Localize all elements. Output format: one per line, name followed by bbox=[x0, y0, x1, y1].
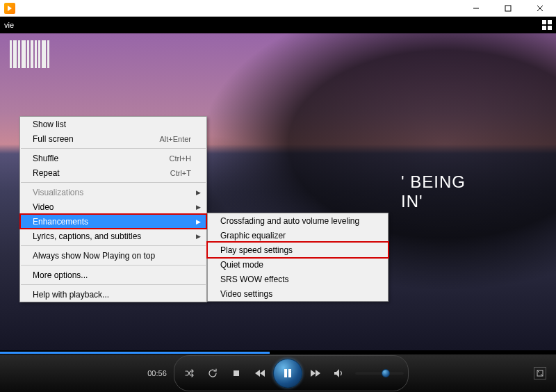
menu-item-label: Full screen bbox=[33, 134, 159, 144]
menu-item-more-options[interactable]: More options... bbox=[20, 268, 206, 282]
menu-separator bbox=[21, 245, 206, 246]
menu-separator bbox=[21, 148, 206, 149]
svg-marker-6 bbox=[255, 370, 260, 377]
chevron-right-icon: ▶ bbox=[196, 204, 201, 211]
menu-item-label: Video bbox=[33, 202, 191, 212]
menu-item-label: Shuffle bbox=[33, 154, 170, 163]
menu-item-label: Enhancements bbox=[33, 217, 191, 227]
submenu-item-label: Quiet mode bbox=[220, 260, 373, 270]
menu-item-label: Visualizations bbox=[33, 188, 191, 197]
svg-marker-12 bbox=[334, 369, 339, 377]
menu-separator bbox=[21, 182, 206, 183]
menu-item-label: Help with playback... bbox=[33, 290, 191, 300]
submenu-item-label: Play speed settings bbox=[220, 245, 373, 255]
submenu-item-srs-wow-effects[interactable]: SRS WOW effects bbox=[208, 272, 388, 286]
submenu-item-label: Graphic equalizer bbox=[220, 231, 373, 240]
mode-label: vie bbox=[4, 21, 14, 29]
svg-rect-5 bbox=[234, 370, 239, 376]
submenu-item-label: SRS WOW effects bbox=[220, 275, 373, 284]
play-pause-button[interactable] bbox=[273, 359, 302, 388]
menu-item-label: Show list bbox=[33, 120, 191, 129]
maximize-button[interactable] bbox=[492, 0, 524, 17]
mute-button[interactable] bbox=[329, 363, 350, 384]
shuffle-button[interactable] bbox=[179, 363, 199, 384]
svg-marker-0 bbox=[8, 6, 12, 11]
view-switch-icon[interactable] bbox=[542, 20, 552, 30]
previous-button[interactable] bbox=[250, 363, 270, 384]
control-pill bbox=[174, 355, 409, 391]
svg-marker-11 bbox=[316, 370, 320, 377]
menu-item-shortcut: Alt+Enter bbox=[159, 135, 191, 143]
menu-item-visualizations: Visualizations▶ bbox=[20, 185, 206, 199]
elapsed-time: 00:56 bbox=[147, 369, 167, 377]
seek-fill bbox=[0, 352, 270, 354]
menu-item-repeat[interactable]: RepeatCtrl+T bbox=[20, 165, 206, 180]
chevron-right-icon: ▶ bbox=[196, 189, 201, 196]
svg-rect-9 bbox=[288, 369, 291, 377]
svg-rect-2 bbox=[505, 6, 511, 11]
volume-thumb[interactable] bbox=[382, 369, 390, 377]
volume-slider[interactable] bbox=[355, 372, 404, 375]
video-overlay-graphic bbox=[10, 40, 49, 68]
menu-item-label: Repeat bbox=[33, 168, 170, 178]
menu-item-shuffle[interactable]: ShuffleCtrl+H bbox=[20, 151, 206, 165]
submenu-item-crossfading-and-auto-volume-leveling[interactable]: Crossfading and auto volume leveling bbox=[208, 213, 388, 228]
menu-item-show-list[interactable]: Show list bbox=[20, 117, 206, 131]
menu-item-lyrics-captions-and-subtitles[interactable]: Lyrics, captions, and subtitles▶ bbox=[20, 229, 206, 243]
svg-rect-8 bbox=[284, 369, 287, 377]
chevron-right-icon: ▶ bbox=[196, 233, 201, 240]
menu-separator bbox=[21, 284, 206, 285]
minimize-button[interactable] bbox=[460, 0, 492, 17]
submenu-item-play-speed-settings[interactable]: Play speed settings bbox=[208, 243, 388, 257]
menu-item-full-screen[interactable]: Full screenAlt+Enter bbox=[20, 131, 206, 146]
menu-item-video[interactable]: Video▶ bbox=[20, 199, 206, 214]
playback-controls: 00:56 bbox=[0, 354, 556, 392]
video-viewport[interactable]: ' BEING IN' Show listFull screenAlt+Ente… bbox=[0, 33, 556, 350]
close-button[interactable] bbox=[524, 0, 556, 17]
menu-item-always-show-now-playing-on-top[interactable]: Always show Now Playing on top bbox=[20, 248, 206, 263]
lyric-overlay: ' BEING IN' bbox=[401, 172, 466, 211]
submenu-item-quiet-mode[interactable]: Quiet mode bbox=[208, 257, 388, 272]
window-titlebar bbox=[0, 0, 556, 17]
svg-marker-10 bbox=[311, 370, 316, 377]
enhancements-submenu: Crossfading and auto volume levelingGrap… bbox=[207, 213, 389, 302]
menu-item-shortcut: Ctrl+H bbox=[170, 154, 191, 163]
menu-item-label: Always show Now Playing on top bbox=[33, 251, 191, 261]
fullscreen-button[interactable] bbox=[534, 367, 546, 379]
stop-button[interactable] bbox=[226, 363, 247, 384]
menu-item-help-with-playback[interactable]: Help with playback... bbox=[20, 287, 206, 302]
next-button[interactable] bbox=[305, 363, 326, 384]
lyric-line-2: IN' bbox=[401, 192, 466, 211]
player-toolbar: vie bbox=[0, 17, 556, 33]
menu-item-label: More options... bbox=[33, 270, 191, 280]
menu-item-enhancements[interactable]: Enhancements▶ bbox=[20, 214, 206, 229]
submenu-item-video-settings[interactable]: Video settings bbox=[208, 286, 388, 301]
chevron-right-icon: ▶ bbox=[196, 218, 201, 225]
app-icon bbox=[4, 3, 15, 14]
submenu-item-label: Video settings bbox=[220, 289, 373, 299]
repeat-button[interactable] bbox=[202, 363, 223, 384]
context-menu: Show listFull screenAlt+EnterShuffleCtrl… bbox=[19, 116, 207, 302]
submenu-item-label: Crossfading and auto volume leveling bbox=[220, 216, 373, 226]
menu-item-label: Lyrics, captions, and subtitles bbox=[33, 231, 191, 241]
svg-marker-7 bbox=[260, 370, 265, 377]
menu-separator bbox=[21, 265, 206, 266]
submenu-item-graphic-equalizer[interactable]: Graphic equalizer bbox=[208, 228, 388, 243]
lyric-line-1: ' BEING bbox=[401, 172, 466, 192]
menu-item-shortcut: Ctrl+T bbox=[170, 169, 191, 177]
